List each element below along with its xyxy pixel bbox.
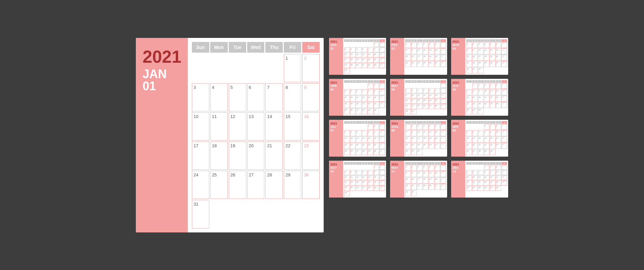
day-num-cell: 2: [304, 56, 306, 61]
day-num-cell: 30: [304, 172, 309, 177]
day-20[interactable]: 20: [247, 142, 265, 170]
day-6[interactable]: 6: [247, 83, 265, 111]
day-num-cell: 8: [285, 85, 288, 90]
day-empty: [265, 200, 283, 228]
header-thu: Thu: [265, 42, 283, 53]
day-15[interactable]: 15: [284, 112, 301, 141]
day-2[interactable]: 2: [302, 54, 320, 82]
day-empty: [229, 200, 246, 228]
day-empty: [302, 200, 320, 228]
small-calendar-apr: 2021 APR 04 S M T W T F S: [329, 79, 386, 116]
day-empty: [247, 54, 265, 82]
day-24[interactable]: 24: [192, 171, 209, 199]
header-sun: Sun: [192, 42, 209, 53]
small-calendars-grid: 2021 JAN 01 S M T W T F S: [329, 38, 508, 198]
day-num-cell: 22: [285, 143, 290, 148]
small-calendar-aug: 2021 AUG 08 S M T W T F S 1 2 3 4: [390, 120, 447, 157]
small-calendar-sep: 2021 SEP 09 S M T W T F S 1: [451, 120, 508, 157]
day-18[interactable]: 18: [210, 142, 228, 170]
day-12[interactable]: 12: [229, 112, 246, 141]
day-14[interactable]: 14: [265, 112, 283, 141]
small-calendar-may: 2021 MAY 05 S M T W T F S: [390, 79, 447, 116]
day-num-cell: 5: [230, 85, 233, 90]
days-grid: 1 2 3 4 5 6 7 8 9 10 11 12 13 14 15 16 1…: [192, 54, 320, 228]
day-25[interactable]: 25: [210, 171, 228, 199]
day-num-cell: 19: [230, 143, 235, 148]
day-9[interactable]: 9: [302, 83, 320, 111]
day-17[interactable]: 17: [192, 142, 209, 170]
header-mon: Mon: [210, 42, 228, 53]
day-num-cell: 26: [230, 172, 235, 177]
day-26[interactable]: 26: [229, 171, 246, 199]
day-10[interactable]: 10: [192, 112, 209, 141]
main-day: 01: [143, 80, 181, 92]
sc-headers-jan: S M T W T F S: [344, 39, 385, 42]
small-calendar-feb: 2021 FEB 02 S M T W T F S 1 2 3 4: [390, 38, 447, 75]
day-3[interactable]: 3: [192, 83, 209, 111]
day-headers-row: Sun Mon Tue Wed Thu Fri Sat: [192, 42, 320, 53]
day-1[interactable]: 1: [284, 54, 301, 82]
day-num-cell: 9: [304, 85, 306, 90]
sc-h-wed: W: [362, 39, 368, 42]
day-num-cell: 20: [249, 143, 254, 148]
day-empty: [284, 200, 301, 228]
day-22[interactable]: 22: [284, 142, 301, 170]
sc-h-fri: F: [374, 39, 379, 42]
day-19[interactable]: 19: [229, 142, 246, 170]
header-fri: Fri: [284, 42, 301, 53]
day-num-cell: 18: [212, 143, 217, 148]
header-tue: Tue: [229, 42, 246, 53]
small-calendar-dec: 2021 DEC 12 S M T W T F S 1: [451, 161, 508, 198]
day-num-cell: 12: [230, 114, 235, 119]
day-4[interactable]: 4: [210, 83, 228, 111]
day-5[interactable]: 5: [229, 83, 246, 111]
sc-body-feb: S M T W T F S 1 2 3 4 5 6 7 8 9: [404, 38, 447, 75]
day-16[interactable]: 16: [302, 112, 320, 141]
day-num-cell: 31: [194, 202, 198, 207]
day-num-cell: 6: [249, 85, 251, 90]
day-num-cell: 7: [267, 85, 269, 90]
sc-side-jan: 2021 JAN 01: [329, 38, 343, 75]
sc-num-jan: 01: [330, 47, 342, 51]
small-calendar-oct: 2021 OCT 10 S M T W T F S: [329, 161, 386, 198]
day-num-cell: 1: [285, 56, 288, 61]
main-side-panel: 2021 JAN 01: [136, 38, 188, 232]
sc-side-feb: 2021 FEB 02: [390, 38, 404, 75]
header-wed: Wed: [247, 42, 265, 53]
day-num-cell: 11: [212, 114, 217, 119]
day-num-cell: 16: [304, 114, 309, 119]
main-calendar: 2021 JAN 01 Sun Mon Tue Wed Thu Fri Sat: [136, 38, 324, 232]
day-11[interactable]: 11: [210, 112, 228, 141]
day-empty: [265, 54, 283, 82]
day-21[interactable]: 21: [265, 142, 283, 170]
day-empty: [210, 54, 228, 82]
page-container: 2021 JAN 01 Sun Mon Tue Wed Thu Fri Sat: [136, 38, 508, 232]
sc-h-sun: S: [344, 39, 350, 42]
day-num-cell: 24: [194, 172, 198, 177]
small-calendar-nov: 2021 NOV 11 S M T W T F S 1 2 3 4: [390, 161, 447, 198]
main-calendar-body: Sun Mon Tue Wed Thu Fri Sat 1 2 3 4: [188, 38, 324, 232]
sc-h-sat: S: [379, 39, 385, 42]
day-23[interactable]: 23: [302, 142, 320, 170]
sc-h-tue: T: [356, 39, 362, 42]
small-calendar-jun: 2021 JUN 06 S M T W T F S 1 2 3: [451, 79, 508, 116]
day-num-cell: 10: [194, 114, 198, 119]
day-num-cell: 23: [304, 143, 309, 148]
day-empty: [229, 54, 246, 82]
day-27[interactable]: 27: [247, 171, 265, 199]
sc-month-jan: JAN: [330, 43, 342, 47]
day-empty: [210, 200, 228, 228]
day-30[interactable]: 30: [302, 171, 320, 199]
day-31[interactable]: 31: [192, 200, 209, 228]
day-29[interactable]: 29: [284, 171, 301, 199]
day-num-cell: 17: [194, 143, 198, 148]
day-num-cell: 21: [267, 143, 272, 148]
day-8[interactable]: 8: [284, 83, 301, 111]
day-13[interactable]: 13: [247, 112, 265, 141]
day-28[interactable]: 28: [265, 171, 283, 199]
day-num-cell: 14: [267, 114, 272, 119]
header-sat: Sat: [302, 42, 320, 53]
day-7[interactable]: 7: [265, 83, 283, 111]
day-num-cell: 28: [267, 172, 272, 177]
day-num-cell: 15: [285, 114, 290, 119]
